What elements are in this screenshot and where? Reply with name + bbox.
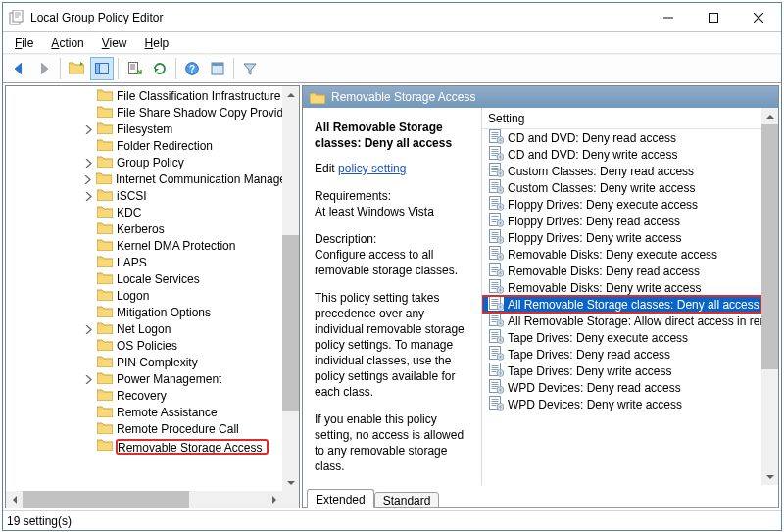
help-button[interactable]: ? [180,57,204,80]
tab-standard[interactable]: Standard [374,492,440,508]
list-item[interactable]: Floppy Drives: Deny read access [482,213,761,229]
tree-item[interactable]: Locale Services [6,271,299,288]
forward-button[interactable] [32,57,56,80]
expander-icon [82,291,94,303]
list-vertical-scrollbar[interactable] [761,108,778,485]
tree-item[interactable]: LAPS [6,255,299,271]
expander-icon[interactable] [82,158,94,169]
export-list-button[interactable] [122,57,146,80]
refresh-button[interactable] [148,57,172,80]
window-title: Local Group Policy Editor [30,11,646,24]
minimize-button[interactable] [646,3,691,31]
expander-icon[interactable] [82,174,93,186]
list-item[interactable]: Tape Drives: Deny read access [482,346,761,363]
tree-item-label: Kerberos [117,221,165,238]
expander-icon[interactable] [82,324,94,336]
folder-icon [96,405,117,422]
tree-item[interactable]: File Share Shadow Copy Provider [6,105,299,121]
tab-extended[interactable]: Extended [307,489,374,508]
up-button[interactable] [65,57,88,80]
list-item[interactable]: Tape Drives: Deny execute access [482,329,761,346]
list-item[interactable]: CD and DVD: Deny read access [482,129,761,146]
tree-item-label: Logon [117,288,149,305]
list-item-label: All Removable Storage: Allow direct acce… [508,314,761,328]
folder-icon [96,438,117,456]
list-item[interactable]: Custom Classes: Deny write access [482,179,761,196]
tree-item[interactable]: OS Policies [6,338,299,355]
tree-item[interactable]: Recovery [6,388,299,405]
tree-item[interactable]: PIN Complexity [6,355,299,371]
list-item[interactable]: Floppy Drives: Deny write access [482,229,761,246]
list-item[interactable]: Removable Disks: Deny write access [482,279,761,296]
back-button[interactable] [7,57,30,80]
tree-horizontal-scrollbar[interactable] [6,491,299,508]
tree-item[interactable]: Kernel DMA Protection [6,238,299,255]
tree-item[interactable]: Remote Procedure Call [6,421,299,438]
tree-item[interactable]: Removable Storage Access [6,438,299,455]
tree-item-label: LAPS [117,255,147,271]
tree-item[interactable]: Net Logon [6,321,299,338]
status-bar: 19 setting(s) [3,511,781,530]
list-item-label: Floppy Drives: Deny write access [508,231,681,245]
expander-icon[interactable] [82,374,94,386]
tree-item[interactable]: KDC [6,205,299,221]
settings-list[interactable]: CD and DVD: Deny read accessCD and DVD: … [482,129,761,485]
edit-policy-link[interactable]: policy setting [338,162,406,175]
tree-item[interactable]: Remote Assistance [6,405,299,421]
expander-icon [82,408,94,419]
tree-item[interactable]: Internet Communication Management [6,171,299,188]
scroll-down-icon[interactable] [282,474,299,491]
menu-help[interactable]: Help [137,34,177,52]
show-hide-tree-button[interactable] [90,57,114,80]
list-item[interactable]: All Removable Storage: Allow direct acce… [482,313,761,329]
list-item[interactable]: Floppy Drives: Deny execute access [482,196,761,213]
list-item-label: Removable Disks: Deny read access [508,265,700,278]
filter-button[interactable] [238,57,262,80]
menu-file[interactable]: File [7,34,41,52]
list-item[interactable]: WPD Devices: Deny write access [482,396,761,412]
svg-rect-12 [212,63,223,66]
tree[interactable]: File Classification InfrastructureFile S… [6,86,299,457]
menu-view[interactable]: View [94,34,135,52]
list-item[interactable]: Tape Drives: Deny write access [482,363,761,379]
expander-icon[interactable] [82,191,94,203]
tree-item[interactable]: Logon [6,288,299,305]
properties-button[interactable] [206,57,229,80]
expander-icon[interactable] [82,124,94,136]
scroll-up-icon[interactable] [761,108,778,124]
scroll-right-icon[interactable] [266,491,282,508]
tree-item[interactable]: File Classification Infrastructure [6,88,299,105]
view-tabs: Extended Standard [303,485,778,508]
list-item[interactable]: Removable Disks: Deny read access [482,263,761,279]
maximize-button[interactable] [691,3,736,31]
list-item-label: Tape Drives: Deny write access [508,364,671,378]
svg-text:?: ? [189,64,195,74]
list-item-label: Removable Disks: Deny write access [508,281,701,295]
menu-action[interactable]: Action [43,34,91,52]
expander-icon [82,358,94,369]
tree-item[interactable]: Power Management [6,371,299,388]
edit-label: Edit [315,162,335,175]
scroll-up-icon[interactable] [282,86,299,103]
tree-vertical-scrollbar[interactable] [282,86,299,491]
scroll-down-icon[interactable] [761,468,778,485]
list-item[interactable]: Removable Disks: Deny execute access [482,246,761,263]
scroll-left-icon[interactable] [6,491,23,508]
folder-icon [96,238,117,256]
tree-item[interactable]: Kerberos [6,221,299,238]
folder-icon [96,188,117,206]
list-item[interactable]: All Removable Storage classes: Deny all … [482,296,761,313]
folder-icon [96,338,117,356]
list-item[interactable]: Custom Classes: Deny read access [482,163,761,179]
list-item[interactable]: WPD Devices: Deny read access [482,379,761,396]
list-item[interactable]: CD and DVD: Deny write access [482,146,761,163]
list-item-label: Custom Classes: Deny write access [508,181,695,195]
tree-item[interactable]: iSCSI [6,188,299,205]
tree-item[interactable]: Folder Redirection [6,138,299,155]
expander-icon [82,424,94,436]
tree-item[interactable]: Filesystem [6,121,299,138]
tree-item[interactable]: Group Policy [6,155,299,171]
tree-item[interactable]: Mitigation Options [6,305,299,321]
column-header-setting[interactable]: Setting [482,108,761,129]
close-button[interactable] [736,3,781,31]
